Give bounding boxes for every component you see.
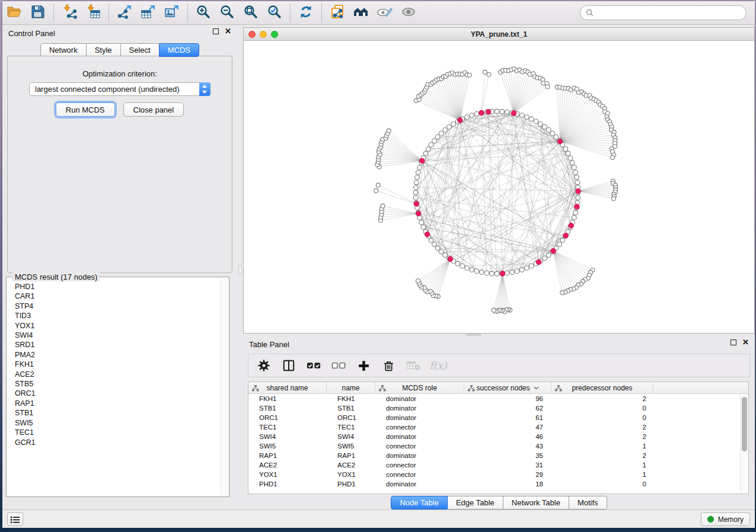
network-canvas[interactable] (244, 41, 754, 333)
table-cell: connector (375, 424, 464, 431)
close-panel-icon[interactable]: ✕ (225, 28, 231, 34)
column-header-successor-nodes[interactable]: successor nodes (464, 382, 551, 393)
mcds-result-item[interactable]: ACE2 (7, 370, 219, 379)
mcds-result-item[interactable]: STB1 (7, 408, 219, 418)
add-column-icon[interactable] (356, 358, 371, 373)
column-header-name[interactable]: name (327, 382, 375, 393)
tab-node-table[interactable]: Node Table (391, 496, 448, 509)
table-cell: PHD1 (327, 480, 375, 488)
mcds-result-group-title: MCDS result (17 nodes) (12, 273, 100, 281)
table-cell: 2 (551, 433, 653, 440)
float-panel-icon[interactable] (213, 28, 219, 34)
zoom-selected-button[interactable] (263, 3, 286, 23)
tab-style[interactable]: Style (86, 43, 121, 57)
memory-button[interactable]: Memory (701, 512, 750, 526)
table-cell: 2 (551, 395, 653, 402)
mcds-result-item[interactable]: STP4 (7, 302, 219, 311)
mcds-result-item[interactable]: CAR1 (7, 291, 219, 301)
first-neighbors-button[interactable] (349, 3, 373, 23)
network-window-titlebar[interactable]: YPA_prune.txt_1 (244, 28, 754, 41)
mcds-result-item[interactable]: SWI5 (7, 418, 219, 428)
mcds-result-item[interactable]: STB5 (7, 379, 219, 389)
mcds-result-item[interactable]: TEC1 (7, 428, 219, 437)
mcds-result-item[interactable]: YOX1 (7, 321, 219, 331)
mcds-result-item[interactable]: PHD1 (7, 282, 219, 291)
table-row[interactable]: ACE2ACE2connector311 (248, 460, 748, 470)
mcds-result-item[interactable]: TID3 (7, 311, 219, 321)
table-cell: connector (375, 443, 464, 450)
tab-network-table[interactable]: Network Table (503, 496, 569, 509)
table-row[interactable]: SWI4SWI4dominator462 (248, 432, 748, 441)
panel-splitter[interactable] (237, 25, 243, 509)
show-panels-button[interactable] (7, 512, 23, 526)
tab-motifs[interactable]: Motifs (569, 496, 607, 509)
result-list-scrollbar[interactable] (221, 278, 228, 495)
save-session-button[interactable] (26, 3, 50, 23)
control-panel-header: Control Panel ✕ (2, 25, 237, 41)
toolbar-button-groups (2, 3, 420, 23)
zoom-out-button[interactable] (215, 3, 239, 23)
import-table-button[interactable] (81, 3, 105, 23)
tab-network[interactable]: Network (40, 43, 87, 57)
optimization-criterion-dropdown[interactable]: largest connected component (undirected) (29, 82, 210, 96)
table-cell: 29 (464, 471, 551, 478)
show-all-button[interactable] (397, 3, 420, 23)
close-panel-button[interactable]: Close panel (123, 102, 184, 117)
import-network-button[interactable] (58, 3, 81, 23)
table-scrollbar[interactable] (740, 395, 748, 493)
refresh-view-button[interactable] (294, 3, 318, 23)
hide-selected-button[interactable] (373, 3, 397, 23)
column-panel-icon[interactable] (281, 358, 296, 373)
table-header-row: shared namenameMCDS rolesuccessor nodesp… (248, 382, 748, 394)
table-scrollbar-thumb[interactable] (742, 397, 747, 451)
table-cell: 46 (464, 433, 551, 440)
table-row[interactable]: RAP1RAP1dominator352 (248, 451, 748, 460)
table-row[interactable]: ORC1ORC1dominator610 (248, 413, 748, 422)
column-header-MCDS-role[interactable]: MCDS role (375, 382, 464, 393)
zoom-fit-button[interactable] (239, 3, 263, 23)
table-row[interactable]: PHD1PHD1dominator180 (248, 479, 748, 489)
table-cell: TEC1 (327, 424, 375, 431)
mcds-result-item[interactable]: ORC1 (7, 389, 219, 398)
table-row[interactable]: SWI5SWI5connector431 (248, 441, 748, 451)
tab-mcds[interactable]: MCDS (159, 43, 199, 57)
export-network-button[interactable] (113, 3, 136, 23)
close-table-panel-icon[interactable]: ✕ (742, 339, 749, 345)
open-file-button[interactable] (2, 3, 26, 23)
import-network-icon (62, 4, 77, 21)
network-area: YPA_prune.txt_1 Table Panel ✕ f(x) sh (243, 25, 755, 509)
duplicate-network-button[interactable] (326, 3, 349, 23)
mcds-result-item[interactable]: RAP1 (7, 399, 219, 408)
table-row[interactable]: STB1STB1dominator620 (248, 403, 748, 413)
tab-select[interactable]: Select (120, 43, 160, 57)
mcds-result-group: MCDS result (17 nodes) PHD1CAR1STP4TID3Y… (6, 277, 229, 497)
tab-edge-table[interactable]: Edge Table (447, 496, 503, 509)
search-box[interactable] (580, 5, 747, 20)
node-table: shared namenameMCDS rolesuccessor nodesp… (248, 382, 749, 494)
zoom-selected-icon (267, 4, 282, 21)
splitter-grip-icon (466, 334, 481, 336)
table-settings-icon[interactable] (256, 358, 272, 373)
export-table-button[interactable] (136, 3, 160, 23)
mcds-result-item[interactable]: GCR1 (7, 438, 219, 447)
table-row[interactable]: FKH1FKH1dominator962 (248, 394, 748, 403)
table-cell: dominator (375, 405, 464, 412)
deselect-all-icon[interactable] (331, 358, 346, 373)
zoom-in-button[interactable] (192, 3, 215, 23)
column-header-predecessor-nodes[interactable]: predecessor nodes (551, 382, 653, 393)
control-panel: Control Panel ✕ NetworkStyleSelectMCDS O… (2, 25, 237, 509)
table-row[interactable]: YOX1YOX1connector291 (248, 470, 748, 479)
delete-column-icon[interactable] (381, 358, 396, 373)
float-table-panel-icon[interactable] (731, 339, 736, 345)
run-mcds-button[interactable]: Run MCDS (56, 102, 115, 117)
table-row[interactable]: TEC1TEC1connector472 (248, 422, 748, 432)
mcds-result-item[interactable]: SRD1 (7, 340, 219, 350)
mcds-result-item[interactable]: PMA2 (7, 350, 219, 360)
search-input[interactable] (597, 9, 741, 17)
mcds-result-item[interactable]: SWI4 (7, 331, 219, 340)
select-all-icon[interactable] (306, 358, 321, 373)
mcds-result-item[interactable]: FKH1 (7, 360, 219, 369)
export-image-button[interactable] (160, 3, 184, 23)
mcds-result-list[interactable]: PHD1CAR1STP4TID3YOX1SWI4SRD1PMA2FKH1ACE2… (7, 282, 219, 495)
column-header-shared-name[interactable]: shared name (248, 382, 327, 393)
